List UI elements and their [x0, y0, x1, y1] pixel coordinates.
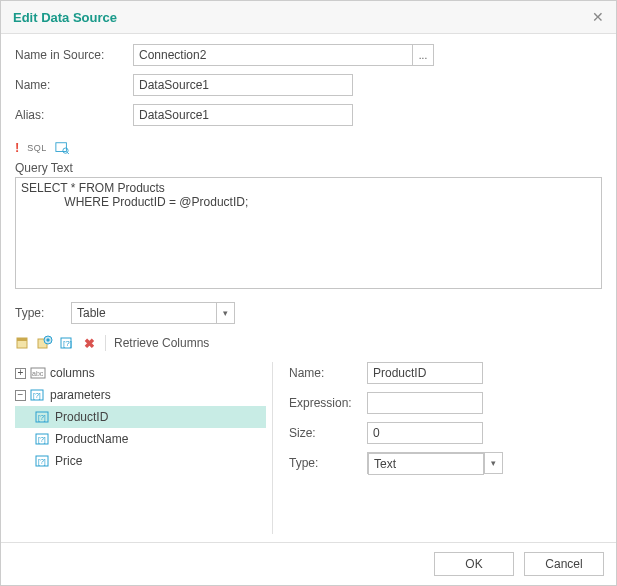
param-icon: [?] [35, 454, 51, 468]
tree-item-label: ProductID [55, 410, 108, 424]
param-size-label: Size: [289, 426, 367, 440]
tree-node-param-productid[interactable]: [?] ProductID [15, 406, 266, 428]
tree-node-param-productname[interactable]: [?] ProductName [15, 428, 266, 450]
tree-node-columns-label: columns [50, 366, 95, 380]
param-expression-row: Expression: [289, 392, 602, 414]
name-label: Name: [15, 78, 133, 92]
svg-text:[?]: [?] [38, 414, 46, 422]
query-section: Query Text SELECT * FROM Products WHERE … [15, 161, 602, 292]
sql-toolbar: ! SQL [15, 138, 602, 161]
collapse-icon[interactable]: − [15, 390, 26, 401]
svg-text:[?]: [?] [38, 458, 46, 466]
query-text-input[interactable]: SELECT * FROM Products WHERE ProductID =… [15, 177, 602, 289]
tree-node-columns[interactable]: + abc columns [15, 362, 266, 384]
edit-data-source-dialog: Edit Data Source ✕ Name in Source: ... N… [0, 0, 617, 586]
param-size-input[interactable] [367, 422, 483, 444]
tree-item-label: ProductName [55, 432, 128, 446]
tree-node-parameters[interactable]: − [?] parameters [15, 384, 266, 406]
source-type-row: Type: ▾ [15, 302, 602, 324]
param-column-icon[interactable]: [?] [59, 335, 75, 351]
svg-line-2 [67, 152, 69, 154]
chevron-down-icon[interactable]: ▾ [484, 453, 502, 473]
dialog-footer: OK Cancel [1, 542, 616, 585]
columns-folder-icon: abc [30, 366, 46, 380]
name-in-source-input[interactable] [133, 44, 413, 66]
param-type-row: Type: ▾ [289, 452, 602, 474]
param-icon: [?] [35, 410, 51, 424]
sql-preview-icon[interactable] [55, 141, 69, 155]
bottom-split: + abc columns − [?] parameters [15, 362, 602, 534]
cancel-button[interactable]: Cancel [524, 552, 604, 576]
alias-label: Alias: [15, 108, 133, 122]
param-name-input[interactable] [367, 362, 483, 384]
columns-toolbar: [?] ✖ Retrieve Columns [15, 334, 602, 352]
browse-connection-button[interactable]: ... [412, 44, 434, 66]
retrieve-columns-button[interactable]: Retrieve Columns [114, 336, 209, 350]
tree-node-param-price[interactable]: [?] Price [15, 450, 266, 472]
param-type-combo[interactable]: ▾ [367, 452, 503, 474]
svg-text:[?]: [?] [33, 392, 41, 400]
name-in-source-label: Name in Source: [15, 48, 133, 62]
ok-button[interactable]: OK [434, 552, 514, 576]
sql-label: SQL [27, 143, 47, 153]
expand-icon[interactable]: + [15, 368, 26, 379]
svg-text:abc: abc [32, 370, 44, 377]
source-type-combo[interactable]: ▾ [71, 302, 235, 324]
dialog-body: Name in Source: ... Name: Alias: ! SQL Q… [1, 34, 616, 542]
param-name-row: Name: [289, 362, 602, 384]
toolbar-separator [105, 335, 106, 351]
svg-rect-0 [56, 142, 67, 151]
tree-panel: + abc columns − [?] parameters [15, 362, 273, 534]
chevron-down-icon[interactable]: ▾ [216, 303, 234, 323]
new-column-icon[interactable] [15, 335, 31, 351]
titlebar: Edit Data Source ✕ [1, 1, 616, 34]
tree-item-label: Price [55, 454, 82, 468]
param-name-label: Name: [289, 366, 367, 380]
alias-input[interactable] [133, 104, 353, 126]
param-type-label: Type: [289, 456, 367, 470]
svg-text:[?]: [?] [38, 436, 46, 444]
param-expression-input[interactable] [367, 392, 483, 414]
alert-icon: ! [15, 140, 19, 155]
calculated-column-icon[interactable] [37, 335, 53, 351]
dialog-title: Edit Data Source [13, 10, 117, 25]
columns-tree: + abc columns − [?] parameters [15, 362, 266, 472]
parameters-folder-icon: [?] [30, 388, 46, 402]
source-type-value[interactable] [72, 303, 216, 323]
delete-icon[interactable]: ✖ [81, 335, 97, 351]
svg-rect-4 [17, 338, 27, 341]
name-in-source-row: Name in Source: ... [15, 44, 602, 66]
name-input[interactable] [133, 74, 353, 96]
parameter-properties: Name: Expression: Size: Type: ▾ [273, 362, 602, 534]
close-icon[interactable]: ✕ [592, 9, 604, 25]
param-type-value[interactable] [368, 453, 484, 475]
query-text-label: Query Text [15, 161, 602, 175]
source-type-label: Type: [15, 306, 71, 320]
alias-row: Alias: [15, 104, 602, 126]
param-size-row: Size: [289, 422, 602, 444]
param-icon: [?] [35, 432, 51, 446]
tree-node-parameters-label: parameters [50, 388, 111, 402]
name-row: Name: [15, 74, 602, 96]
svg-text:[?]: [?] [63, 339, 72, 348]
param-expression-label: Expression: [289, 396, 367, 410]
